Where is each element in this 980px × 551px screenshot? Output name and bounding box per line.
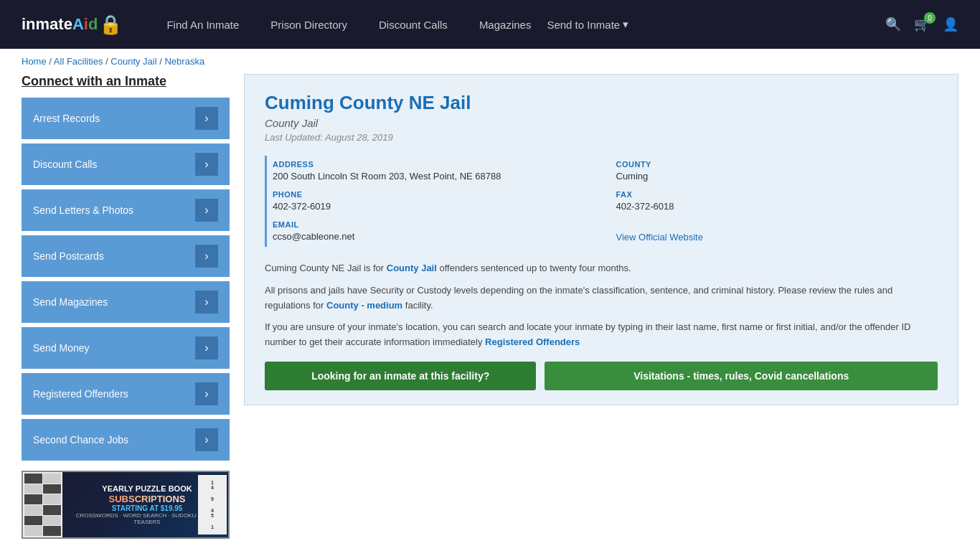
fax-block: FAX 402-372-6018: [616, 190, 938, 212]
sidebar-item-discount-calls[interactable]: Discount Calls ›: [22, 143, 230, 185]
looking-for-inmate-button[interactable]: Looking for an inmate at this facility?: [265, 362, 536, 390]
fax-label: FAX: [616, 190, 938, 199]
sidebar-arrow-send-letters: ›: [195, 199, 218, 222]
sidebar-title: Connect with an Inmate: [22, 74, 230, 89]
email-block: EMAIL ccso@cableone.net: [273, 220, 595, 242]
sidebar-arrow-send-magazines: ›: [195, 291, 218, 314]
county-value: Cuming: [616, 171, 938, 182]
breadcrumb-state[interactable]: Nebraska: [164, 56, 204, 67]
facility-desc3: If you are unsure of your inmate's locat…: [265, 320, 938, 350]
sidebar-item-send-letters-photos[interactable]: Send Letters & Photos ›: [22, 189, 230, 231]
facility-updated: Last Updated: August 28, 2019: [265, 132, 938, 143]
nav-discount-calls[interactable]: Discount Calls: [363, 19, 463, 31]
nav-magazines[interactable]: Magazines: [463, 19, 547, 31]
fax-value: 402-372-6018: [616, 201, 938, 212]
sidebar-arrow-send-postcards: ›: [195, 245, 218, 268]
breadcrumb: Home / All Facilities / County Jail / Ne…: [0, 49, 980, 74]
phone-block: PHONE 402-372-6019: [273, 190, 595, 212]
facility-card: Cuming County NE Jail County Jail Last U…: [244, 74, 958, 405]
sidebar-item-arrest-records[interactable]: Arrest Records ›: [22, 98, 230, 139]
facility-desc2: All prisons and jails have Security or C…: [265, 283, 938, 314]
sidebar-arrow-registered-offenders: ›: [195, 382, 218, 405]
logo-area[interactable]: inmateAid 🔒: [22, 14, 122, 36]
registered-offenders-link[interactable]: Registered Offenders: [485, 336, 580, 347]
site-header: inmateAid 🔒 Find An Inmate Prison Direct…: [0, 0, 980, 49]
phone-value: 402-372-6019: [273, 201, 595, 212]
breadcrumb-county-jail[interactable]: County Jail: [110, 56, 156, 67]
ad-right-image: 14 9 45 1: [198, 475, 227, 534]
nav-send-to-inmate[interactable]: Send to Inmate ▾: [547, 18, 628, 31]
action-buttons: Looking for an inmate at this facility? …: [265, 362, 938, 390]
main-nav: Find An Inmate Prison Directory Discount…: [151, 18, 885, 31]
nav-find-inmate[interactable]: Find An Inmate: [151, 19, 255, 31]
county-medium-link[interactable]: County - medium: [326, 300, 402, 311]
logo-icon: 🔒: [99, 14, 122, 36]
address-value: 200 South Lincoln St Room 203, West Poin…: [273, 171, 595, 182]
website-label: [616, 220, 938, 229]
website-link[interactable]: View Official Website: [616, 232, 703, 242]
sidebar-item-send-postcards[interactable]: Send Postcards ›: [22, 235, 230, 277]
sidebar-menu: Arrest Records › Discount Calls › Send L…: [22, 98, 230, 461]
sidebar-item-send-magazines[interactable]: Send Magazines ›: [22, 281, 230, 323]
email-value: ccso@cableone.net: [273, 231, 595, 242]
cart-icon[interactable]: 🛒 0: [914, 17, 930, 32]
cart-badge: 0: [924, 12, 936, 24]
address-block: ADDRESS 200 South Lincoln St Room 203, W…: [273, 160, 595, 182]
facility-name: Cuming County NE Jail: [265, 92, 938, 114]
facility-desc1: Cuming County NE Jail is for County Jail…: [265, 261, 938, 276]
sidebar-item-registered-offenders[interactable]: Registered Offenders ›: [22, 373, 230, 415]
website-block: View Official Website: [616, 220, 938, 242]
ad-grid-decoration: [23, 472, 62, 537]
county-jail-link[interactable]: County Jail: [387, 263, 437, 273]
phone-label: PHONE: [273, 190, 595, 199]
sidebar-arrow-second-chance-jobs: ›: [195, 428, 218, 451]
info-grid: ADDRESS 200 South Lincoln St Room 203, W…: [265, 156, 938, 247]
user-icon[interactable]: 👤: [943, 17, 958, 32]
main-layout: Connect with an Inmate Arrest Records › …: [0, 74, 980, 551]
email-label: EMAIL: [273, 220, 595, 229]
sidebar-arrow-discount-calls: ›: [195, 153, 218, 176]
sidebar-arrow-arrest-records: ›: [195, 107, 218, 130]
main-content: Cuming County NE Jail County Jail Last U…: [244, 74, 958, 539]
sidebar: Connect with an Inmate Arrest Records › …: [22, 74, 230, 539]
breadcrumb-home[interactable]: Home: [22, 56, 47, 67]
sidebar-item-second-chance-jobs[interactable]: Second Chance Jobs ›: [22, 419, 230, 461]
nav-prison-directory[interactable]: Prison Directory: [255, 19, 363, 31]
search-icon[interactable]: 🔍: [885, 17, 901, 32]
sidebar-item-send-money[interactable]: Send Money ›: [22, 327, 230, 369]
nav-actions: 🔍 🛒 0 👤: [885, 17, 958, 32]
visitations-button[interactable]: Visitations - times, rules, Covid cancel…: [545, 362, 938, 390]
address-label: ADDRESS: [273, 160, 595, 169]
county-block: COUNTY Cuming: [616, 160, 938, 182]
sidebar-arrow-send-money: ›: [195, 336, 218, 359]
breadcrumb-all-facilities[interactable]: All Facilities: [54, 56, 103, 67]
sidebar-ad[interactable]: YEARLY PUZZLE BOOK SUBSCRIPTIONS STARTIN…: [22, 471, 230, 539]
logo-text: inmateAid: [22, 15, 98, 34]
facility-type: County Jail: [265, 117, 938, 129]
county-label: COUNTY: [616, 160, 938, 169]
